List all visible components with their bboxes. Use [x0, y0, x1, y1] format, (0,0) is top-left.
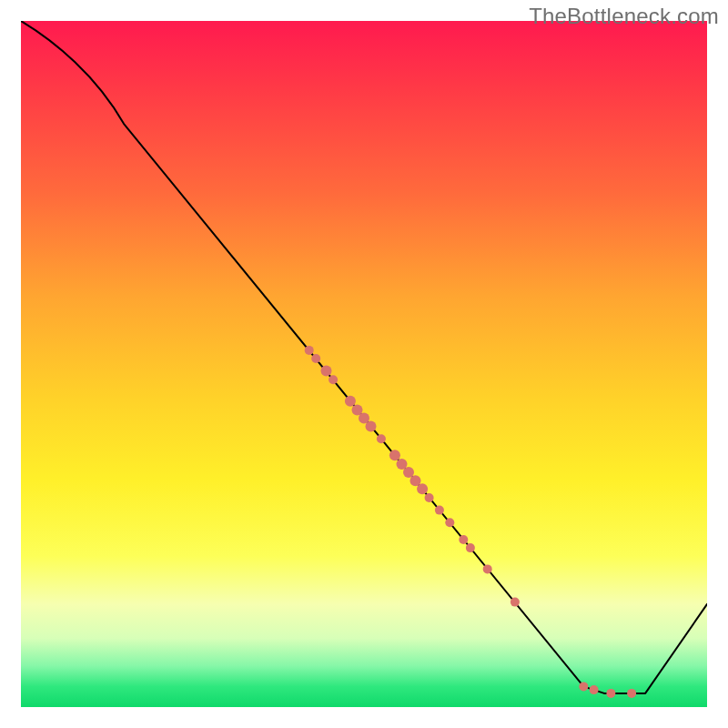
scatter-dot	[466, 543, 475, 552]
scatter-dot	[511, 598, 520, 607]
scatter-dot	[435, 506, 444, 515]
scatter-dot	[459, 535, 468, 544]
scatter-dot	[345, 396, 356, 407]
scatter-dot	[627, 689, 636, 698]
scatter-layer	[21, 21, 707, 707]
plot-area	[21, 21, 707, 707]
scatter-dot	[305, 346, 314, 355]
scatter-dot	[606, 689, 615, 698]
scatter-dot	[445, 518, 454, 527]
scatter-dot	[329, 375, 338, 384]
scatter-dot	[579, 682, 588, 691]
scatter-dot	[377, 434, 386, 443]
scatter-dot	[311, 354, 320, 363]
scatter-dot	[590, 685, 599, 694]
scatter-dot	[321, 366, 332, 377]
scatter-dot	[425, 493, 434, 502]
chart-canvas: TheBottleneck.com	[0, 0, 728, 728]
scatter-dot	[389, 450, 400, 460]
scatter-dot	[417, 483, 428, 494]
watermark-text: TheBottleneck.com	[529, 4, 719, 29]
scatter-dot	[366, 421, 377, 432]
scatter-dot	[483, 564, 492, 573]
